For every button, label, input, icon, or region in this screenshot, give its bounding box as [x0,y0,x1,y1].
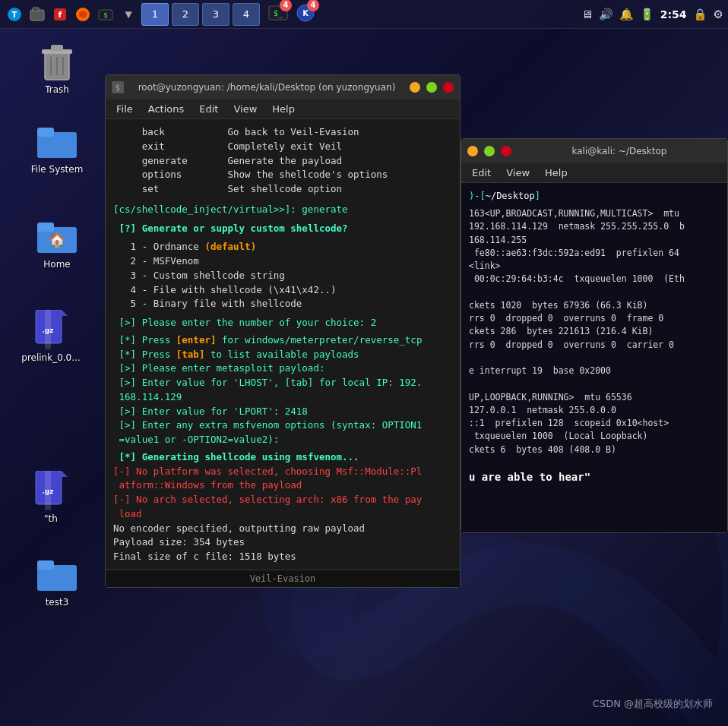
prelink2-label: "th [44,513,58,524]
kali-menu-bar: Edit View Help [461,163,727,183]
cmd-options: options Show the shellcode's options [113,168,452,182]
monitor-icon: 🖥 [581,8,593,21]
bell-icon: 🔔 [619,8,634,21]
lock-icon: 🔒 [693,8,707,21]
desktop-icon-prelink2[interactable]: .gz "th [17,471,85,524]
opt-4: 4 - File with shellcode (\x41\x42..) [113,283,452,298]
kali-content: 163<UP,BROADCAST,RUNNING,MULTICAST> mtu … [469,207,720,485]
volume-icon: 🔊 [599,8,613,21]
home-label: Home [43,259,70,270]
main-close-btn[interactable] [443,82,454,93]
terminal-main: $ root@yuzongyuan: /home/kali/Desktop (o… [105,74,461,588]
desktop-icon-prelink1[interactable]: .gz prelink_0.0... [17,310,85,363]
desktop-icon-trash[interactable]: Trash [23,42,91,95]
main-menu-bar: File Actions Edit View Help [106,99,460,119]
question-shellcode: [?] Generate or supply custom shellcode? [113,222,452,236]
trash-label: Trash [45,84,69,95]
trash-icon [37,42,77,81]
main-title: root@yuzongyuan: /home/kali/Desktop (on … [130,82,404,93]
workspace-label-1: 1 [152,8,158,20]
main-minimize-btn[interactable] [410,82,420,93]
kali-menu-view[interactable]: View [500,166,536,180]
home-folder-icon: 🏠 [37,216,77,256]
taskbar-workspace-2[interactable]: 2 [172,3,199,26]
svg-text:.gz: .gz [42,327,53,334]
main-maximize-btn[interactable] [426,82,437,93]
taskbar-app-icon-3[interactable]: f [50,5,70,24]
desktop-icon-filesystem[interactable]: File System [23,122,91,175]
menu-actions[interactable]: Actions [142,102,191,116]
svg-rect-24 [37,223,54,232]
menu-file[interactable]: File [110,102,139,116]
test3-folder-icon [37,554,77,594]
taskbar-workspace-4[interactable]: 4 [233,3,260,26]
taskbar-app-icon-5[interactable]: $ [96,5,116,24]
info-lhost: [>] Enter value for 'LHOST', [tab] for l… [113,376,452,405]
svg-text:.gz: .gz [42,488,53,495]
watermark: CSDN @超高校级的划水师 [593,697,713,711]
svg-rect-17 [51,45,63,51]
svg-text:T: T [12,11,17,19]
taskbar-app-icon-1[interactable]: T [5,5,24,24]
taskbar: T f $ [0,0,728,29]
terminal-kali: kali@kali: ~/Desktop Edit View Help )-[~… [461,138,728,533]
terminal-title-icon: $ [112,81,124,93]
info-encoder: No encoder specified, outputting raw pay… [113,522,452,536]
info-generating: [*] Generating shellcode using msfvenom.… [113,450,452,465]
cmd-set: set Set shellcode option [113,182,452,197]
info-msfvenom-opts: [>] Enter any extra msfvenom options (sy… [113,418,452,447]
test3-label: test3 [46,597,69,608]
footer-text: Veil-Evasion [250,573,316,584]
menu-help[interactable]: Help [266,102,301,116]
kali-minimize-btn[interactable] [467,146,478,156]
app-badge2-count: 4 [307,0,319,11]
desktop-icon-test3[interactable]: test3 [23,554,91,608]
cmd-generate: generate Generate the payload [113,154,452,169]
taskbar-workspace-3[interactable]: 3 [202,3,229,26]
info-lport: [>] Enter value for 'LPORT': 2418 [113,405,452,419]
main-titlebar: $ root@yuzongyuan: /home/kali/Desktop (o… [106,75,460,99]
info-tab: [*] Press [tab] to list available payloa… [113,348,452,362]
svg-marker-28 [62,310,68,316]
filesystem-icon [37,122,77,161]
taskbar-app-icon-4[interactable] [73,5,93,24]
battery-icon: 🔋 [640,8,654,21]
opt-1: 1 - Ordnance (default) [113,240,452,254]
svg-text:🏠: 🏠 [49,232,66,248]
kali-title: kali@kali: ~/Desktop [518,146,721,156]
info-file-size: Final size of c file: 1518 bytes [113,550,452,564]
taskbar-right: 🖥 🔊 🔔 🔋 2:54 🔒 ⚙ [581,8,723,21]
taskbar-terminal-badge[interactable]: $_ 4 [267,2,289,27]
svg-text:K: K [302,9,309,17]
kali-terminal-content: )-[~/Desktop] 163<UP,BROADCAST,RUNNING,M… [461,183,727,532]
svg-rect-22 [37,128,54,137]
kali-close-btn[interactable] [501,146,511,156]
choice-line: [>] Please enter the number of your choi… [113,316,452,330]
svg-rect-37 [37,560,54,570]
taskbar-app-icon-2[interactable] [27,5,47,24]
error-arch: [-] No arch selected, selecting arch: x8… [113,493,452,522]
workspace-label-2: 2 [182,8,188,20]
desktop-icon-home[interactable]: 🏠 Home [23,216,91,270]
kali-maximize-btn[interactable] [484,146,495,156]
error-platform: [-] No platform was selected, choosing M… [113,465,452,494]
terminal-badge-count: 4 [280,0,292,11]
taskbar-workspace-1[interactable]: 1 [141,3,169,26]
svg-point-7 [79,11,87,18]
filesystem-label: File System [31,164,84,175]
kali-menu-edit[interactable]: Edit [466,166,497,180]
workspace-label-4: 4 [243,8,249,20]
cmd-back: back Go back to Veil-Evasion [113,125,452,140]
opt-5: 5 - Binary file with shellcode [113,297,452,311]
menu-view[interactable]: View [227,102,263,116]
cmd-exit: exit Completely exit Veil [113,140,452,154]
opt-2: 2 - MSFVenom [113,254,452,269]
svg-text:▼: ▼ [125,9,132,20]
terminal-footer: Veil-Evasion [106,570,460,587]
menu-edit[interactable]: Edit [193,102,224,116]
prelink2-icon: .gz [31,471,71,510]
taskbar-app-badge2[interactable]: K 4 [295,2,316,27]
svg-text:f: f [59,10,62,20]
taskbar-dropdown-icon[interactable]: ▼ [119,5,138,24]
kali-menu-help[interactable]: Help [539,166,574,180]
